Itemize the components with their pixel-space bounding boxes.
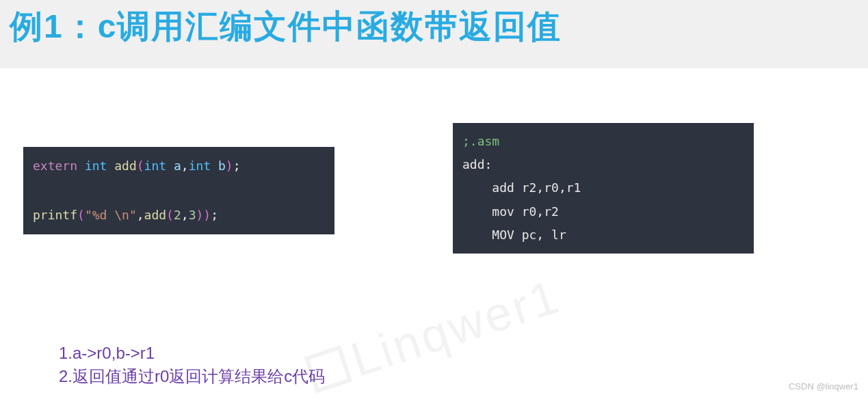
watermark: Linqwer1 bbox=[301, 269, 566, 397]
footer-credit: CSDN @linqwer1 bbox=[789, 381, 858, 392]
code-block-c: extern int add(int a,int b); printf("%d … bbox=[23, 147, 334, 234]
header-bar: 例1：c调用汇编文件中函数带返回值 bbox=[0, 0, 868, 68]
note-line-2: 2.返回值通过r0返回计算结果给c代码 bbox=[59, 365, 325, 388]
notes: 1.a->r0,b->r1 2.返回值通过r0返回计算结果给c代码 bbox=[59, 342, 325, 387]
code-block-asm: ;.asm add: add r2,r0,r1 mov r0,r2 MOV pc… bbox=[453, 123, 754, 254]
watermark-text: Linqwer1 bbox=[344, 269, 566, 387]
page-title: 例1：c调用汇编文件中函数带返回值 bbox=[10, 7, 858, 46]
note-line-1: 1.a->r0,b->r1 bbox=[59, 342, 325, 365]
